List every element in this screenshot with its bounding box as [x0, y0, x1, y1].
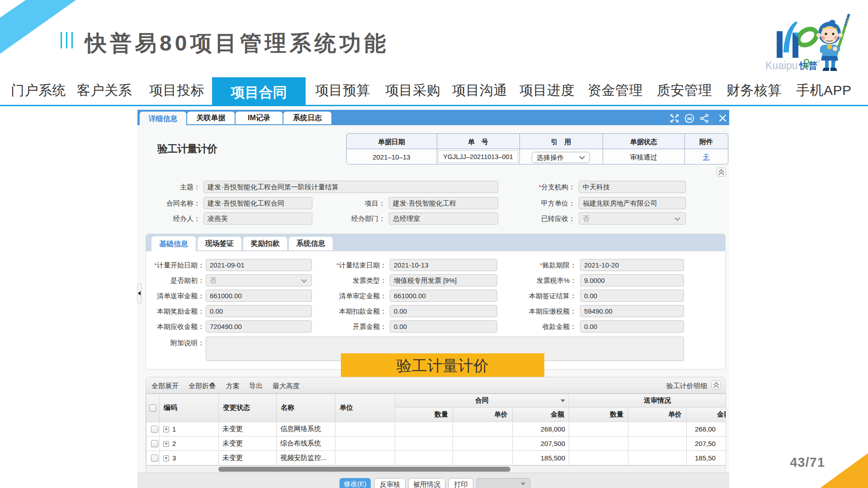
svg-text:Kuaipu: Kuaipu [765, 60, 798, 71]
svg-text:IM: IM [687, 117, 692, 121]
svg-text:快普: 快普 [798, 61, 817, 70]
